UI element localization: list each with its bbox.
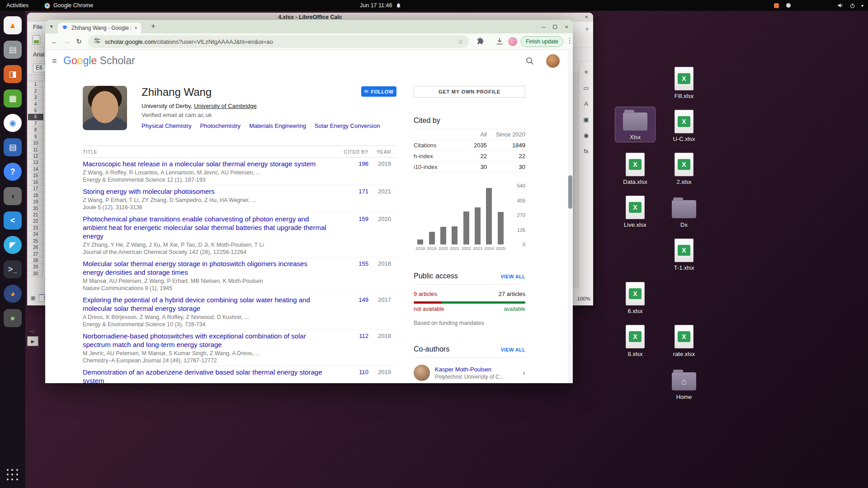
desktop-icon-t-1-xlsx[interactable]: XT-1.xlsx [664,238,704,271]
coauthor-row[interactable]: Kasper Moth-PoulsenPolytechnic Universit… [414,361,525,383]
calc-row-header-9[interactable]: 9 [28,134,43,140]
calc-row-header-29[interactable]: 29 [28,264,43,270]
desktop-icon-live-xlsx[interactable]: XLive.xlsx [615,195,656,228]
column-header-year[interactable]: YEAR [368,149,396,155]
files-icon[interactable]: ▤ [4,41,22,59]
follow-button[interactable]: ✉FOLLOW [361,86,396,97]
chart-bar[interactable] [440,227,446,244]
public-access-view-all-link[interactable]: VIEW ALL [500,274,525,279]
sidebar-properties-icon[interactable]: ▭ [583,84,589,91]
calc-row-header-11[interactable]: 11 [28,146,43,153]
desktop-icon-data-xlsx[interactable]: XData.xlsx [615,152,656,185]
terminal-icon[interactable]: >_ [4,260,22,278]
stats-label-link[interactable]: h-index [414,153,462,160]
address-bar[interactable]: scholar.google.com/citations?user=VlLzNt… [88,35,469,48]
article-cited-by-link[interactable]: 110 [337,368,368,383]
coauthors-view-all-link[interactable]: VIEW ALL [500,347,525,352]
browser-tab[interactable]: Zhihang Wang - Google S × [58,23,141,33]
chart-bar[interactable] [475,207,481,244]
affiliation-link[interactable]: University of Cambridge [194,103,257,109]
reload-button[interactable]: ↻ [73,38,85,46]
desktop-icon-6-xlsx[interactable]: X6.xlsx [615,281,656,314]
scholar-menu-icon[interactable]: ≡ [52,56,57,66]
calc-row-header-6[interactable]: 6 [28,114,43,120]
desktop-icon-home[interactable]: ⌂Home [664,367,704,400]
calc-row-header-4[interactable]: 4 [28,101,43,107]
bookmark-star-icon[interactable]: ☆ [458,38,463,45]
calc-row-header-7[interactable]: 7 [28,121,43,127]
stats-label-link[interactable]: Citations [414,142,462,149]
extensions-icon[interactable] [476,38,484,46]
forward-button[interactable]: → [61,38,73,45]
interest-link[interactable]: Materials Engineering [249,122,306,129]
calc-row-header-30[interactable]: 30 [28,271,43,277]
article-title-link[interactable]: Demonstration of an azobenzene derivativ… [83,368,328,383]
clock[interactable]: Jun 17 11:46 [360,0,401,11]
article-title-link[interactable]: Storing energy with molecular photoisome… [83,187,328,196]
article-cited-by-link[interactable]: 155 [337,259,368,292]
sidebar-gallery-icon[interactable]: ▣ [583,116,589,123]
desktop-icon-8-xlsx[interactable]: X8.xlsx [615,324,656,357]
article-cited-by-link[interactable]: 149 [337,296,368,328]
article-cited-by-link[interactable]: 196 [337,160,368,183]
desktop-icon-dx[interactable]: Dx [664,195,704,228]
interest-link[interactable]: Physical Chemistry [142,122,192,129]
chart-bar[interactable] [452,226,458,244]
account-avatar[interactable] [546,54,560,68]
calc-row-header-3[interactable]: 3 [28,94,43,101]
calc-close-icon[interactable]: × [585,14,588,21]
chart-bar[interactable] [429,232,435,244]
calc-row-header-2[interactable]: 2 [28,88,43,94]
chart-bar[interactable] [463,211,469,244]
calc-new-document-icon[interactable] [33,35,40,45]
new-tab-button[interactable]: + [148,22,158,30]
focused-app-menu[interactable]: Google Chrome [44,0,93,11]
column-header-cited-by[interactable]: CITED BY [337,149,368,155]
calc-row-header-26[interactable]: 26 [28,244,43,251]
calc-row-header-8[interactable]: 8 [28,127,43,133]
calc-row-header-10[interactable]: 10 [28,140,43,146]
notification-icon[interactable] [774,3,779,8]
finish-update-button[interactable]: Finish update [521,36,563,47]
chevron-down-icon[interactable]: ▾ [50,23,53,29]
sidebar-settings-icon[interactable]: ≡ [585,69,588,75]
chromium-icon[interactable]: ◉ [4,114,22,132]
calc-row-header-1[interactable]: 1 [28,81,43,88]
column-header-title[interactable]: TITLE [83,149,337,155]
article-cited-by-link[interactable]: 171 [337,187,368,211]
calc-font-name-combo[interactable]: Arial [33,52,44,58]
article-title-link[interactable]: Photochemical phase transitions enable c… [83,215,328,240]
telegram-icon[interactable]: ◤ [4,236,22,254]
system-status-area[interactable]: ▾ [837,0,863,11]
article-title-link[interactable]: Exploring the potential of a hybrid devi… [83,296,328,313]
calc-row-header-16[interactable]: 16 [28,179,43,186]
site-settings-icon[interactable] [94,37,101,46]
article-cited-by-link[interactable]: 159 [337,215,368,256]
firefox-icon[interactable]: ◕ [4,285,22,303]
sidebar-navigator-icon[interactable]: ◉ [584,132,589,139]
calc-row-header-27[interactable]: 27 [28,251,43,257]
calc-row-header-20[interactable]: 20 [28,205,43,211]
play-button-widget[interactable]: ▶ [27,336,38,346]
software-center-icon[interactable]: ● [4,309,22,327]
calc-row-header-18[interactable]: 18 [28,192,43,198]
desktop-icon-xlsx[interactable]: Xlsx [615,107,656,142]
scholar-logo[interactable]: Google Scholar [63,55,135,67]
show-applications-icon[interactable] [7,469,19,481]
minimize-button[interactable]: – [542,23,546,30]
calc-row-header-24[interactable]: 24 [28,231,43,238]
interest-link[interactable]: Photochemistry [200,122,241,129]
calc-row-header-22[interactable]: 22 [28,218,43,225]
calc-row-header-23[interactable]: 23 [28,225,43,231]
stats-label-link[interactable]: i10-index [414,164,462,170]
sidebar-styles-icon[interactable]: A [584,100,588,107]
page-scrollbar[interactable] [568,50,573,383]
search-icon[interactable] [525,56,534,67]
vlc-icon[interactable]: ▲ [4,16,22,34]
calc-sidebar-close-icon[interactable]: × [585,26,589,33]
calc-row-header-13[interactable]: 13 [28,160,43,166]
article-title-link[interactable]: Molecular solar thermal energy storage i… [83,259,328,277]
calc-row-header-21[interactable]: 21 [28,212,43,218]
libreoffice-calc-icon[interactable]: ▦ [4,89,22,108]
chart-bar[interactable] [486,188,492,244]
